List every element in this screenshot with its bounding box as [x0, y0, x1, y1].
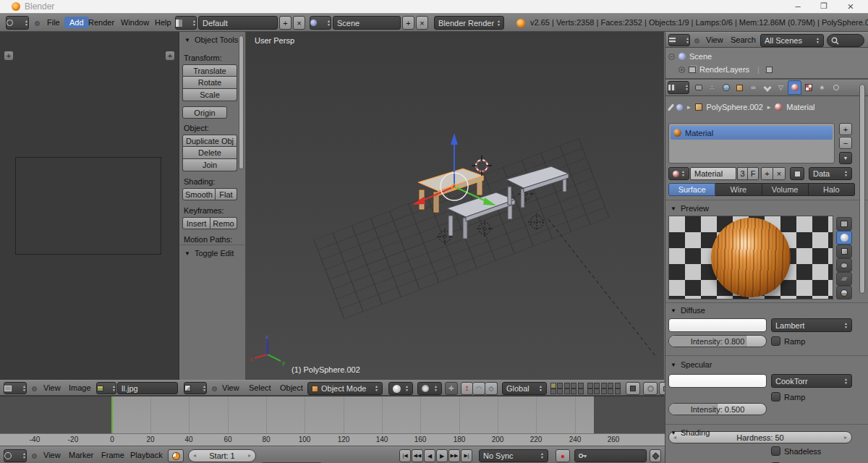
- decrement-arrow-icon[interactable]: ◂: [193, 453, 196, 459]
- outliner-search-field[interactable]: [827, 34, 864, 47]
- view-menu[interactable]: View: [222, 383, 239, 392]
- increment-arrow-icon[interactable]: ▸: [844, 435, 847, 441]
- scale-button[interactable]: Scale: [182, 89, 237, 101]
- type-tab-volume[interactable]: Volume: [762, 183, 809, 196]
- next-keyframe-button[interactable]: ▶▶: [448, 449, 460, 462]
- frame-range-band[interactable]: [112, 396, 594, 433]
- specular-shader-select[interactable]: CookTorr▲▼: [771, 374, 852, 388]
- smooth-button[interactable]: Smooth: [182, 188, 216, 200]
- shading-panel-header[interactable]: ▼Shading: [671, 428, 710, 437]
- link-data-select[interactable]: Data▲▼: [809, 167, 852, 180]
- scale-manipulator-button[interactable]: ◇: [485, 382, 498, 395]
- material-users-button[interactable]: 3: [737, 167, 748, 180]
- lock-to-scene-button[interactable]: [626, 382, 640, 395]
- empty-object[interactable]: [477, 221, 493, 237]
- tab-world[interactable]: [719, 80, 733, 95]
- delete-layout-button[interactable]: ×: [293, 16, 305, 30]
- preview-panel-header[interactable]: ▼Preview: [671, 204, 709, 213]
- breadcrumb-object[interactable]: PolySphere.002: [707, 103, 763, 111]
- duplicate-button[interactable]: Duplicate Obj: [182, 135, 237, 147]
- menu-render[interactable]: Render: [88, 18, 114, 27]
- tab-render[interactable]: [692, 80, 705, 95]
- viewport-3d[interactable]: y z x User Persp (1) PolySphere.002: [246, 32, 664, 380]
- tab-material[interactable]: [788, 80, 801, 95]
- play-button[interactable]: ▶: [436, 449, 448, 462]
- layers-grid-2[interactable]: [587, 383, 621, 394]
- restore-button[interactable]: ❐: [814, 1, 833, 11]
- outliner-menu-view[interactable]: View: [706, 35, 723, 44]
- material-slot-selected[interactable]: Material: [671, 126, 833, 140]
- properties-scrollbar[interactable]: [859, 84, 865, 294]
- delete-scene-button[interactable]: ×: [416, 16, 428, 30]
- use-preview-range-button[interactable]: [168, 449, 184, 462]
- transform-orientation-select[interactable]: Global▲▼: [502, 382, 547, 395]
- tab-constraints[interactable]: ∞: [746, 80, 760, 95]
- browse-material-button[interactable]: ▲▼: [668, 167, 689, 180]
- layers-grid[interactable]: [550, 383, 584, 394]
- snap-button[interactable]: [643, 382, 658, 395]
- insert-keyframe-icon-button[interactable]: [650, 449, 661, 462]
- close-button[interactable]: ×: [841, 0, 860, 12]
- specular-panel-header[interactable]: ▼Specular: [671, 360, 712, 369]
- image-name-field[interactable]: ll.jpg: [117, 382, 178, 394]
- increment-arrow-icon[interactable]: ▸: [248, 453, 251, 459]
- outliner-item-label[interactable]: Scene: [689, 52, 712, 61]
- type-tab-halo[interactable]: Halo: [809, 183, 855, 196]
- specular-ramp-checkbox[interactable]: [771, 392, 780, 402]
- mode-select[interactable]: Object Mode ▲▼: [307, 382, 383, 395]
- editor-type-button[interactable]: ▲▼: [668, 34, 690, 46]
- image-browse-button[interactable]: ▲▼: [96, 382, 116, 394]
- pivot-point-select[interactable]: ▲▼: [417, 382, 442, 395]
- join-button[interactable]: Join: [182, 159, 237, 171]
- tab-physics[interactable]: [829, 80, 843, 95]
- uv-menu-view[interactable]: View: [43, 383, 61, 392]
- preview-cube-button[interactable]: [836, 245, 852, 258]
- add-material-slot-button[interactable]: +: [839, 123, 852, 135]
- new-material-button[interactable]: +: [761, 167, 773, 180]
- type-tab-wire[interactable]: Wire: [715, 183, 762, 196]
- add-layout-button[interactable]: +: [279, 16, 292, 30]
- viewport-shading-select[interactable]: ▲▼: [388, 382, 413, 395]
- breadcrumb-data[interactable]: Material: [786, 103, 814, 111]
- slot-specials-button[interactable]: ▼: [839, 152, 852, 164]
- tool-shelf-scrollbar[interactable]: [239, 35, 244, 169]
- scene-icon-button[interactable]: ▲▼: [310, 16, 331, 30]
- preview-world-button[interactable]: [836, 286, 852, 300]
- toggle-edit-panel[interactable]: ▼Toggle Edit: [184, 249, 234, 258]
- prev-keyframe-button[interactable]: ◀◀: [412, 449, 423, 462]
- menu-help[interactable]: Help: [155, 18, 171, 27]
- diffuse-color-swatch[interactable]: [668, 318, 767, 332]
- uv-menu-image[interactable]: Image: [69, 383, 91, 392]
- jump-to-end-button[interactable]: ▶|: [461, 449, 472, 462]
- start-frame-field[interactable]: ◂ Start: 1 ▸: [188, 449, 256, 462]
- jump-to-start-button[interactable]: |◀: [399, 449, 411, 462]
- keying-set-field[interactable]: [574, 449, 647, 462]
- outliner-row-renderlayers[interactable]: + RenderLayers |: [678, 64, 773, 75]
- scene-field[interactable]: Scene: [333, 16, 401, 30]
- fake-user-button[interactable]: F: [748, 167, 759, 180]
- outliner-row-scene[interactable]: − Scene: [668, 51, 712, 62]
- outliner-menu-search[interactable]: Search: [731, 35, 756, 44]
- editor-type-button[interactable]: ▲▼: [4, 382, 27, 394]
- display-mode-select[interactable]: All Scenes▲▼: [760, 34, 824, 47]
- screen-layout-icon-button[interactable]: ▲▼: [175, 16, 197, 30]
- tool-shelf-title[interactable]: ▼Object Tools: [184, 35, 238, 44]
- empty-object[interactable]: [528, 213, 545, 231]
- tab-object-data[interactable]: ▽: [774, 80, 788, 95]
- auto-keyframe-button[interactable]: ●: [556, 449, 570, 462]
- collapse-menu-dot[interactable]: [32, 454, 37, 459]
- specular-intensity-slider[interactable]: Intensity: 0.500: [668, 403, 767, 415]
- timeline-menu-view[interactable]: View: [43, 451, 61, 459]
- expand-region-right-icon[interactable]: +: [165, 51, 175, 61]
- origin-button[interactable]: Origin: [182, 106, 227, 119]
- wood-texture-image[interactable]: [16, 158, 161, 254]
- shadeless-checkbox[interactable]: [771, 446, 780, 456]
- material-name-field[interactable]: Material: [690, 167, 736, 180]
- insert-keyframe-button[interactable]: Insert: [182, 217, 210, 229]
- remove-keyframe-button[interactable]: Remo: [210, 217, 237, 229]
- specular-color-swatch[interactable]: [668, 374, 767, 388]
- minimize-button[interactable]: –: [788, 1, 807, 12]
- add-scene-button[interactable]: +: [402, 16, 414, 30]
- menu-add[interactable]: Add: [64, 17, 89, 28]
- collapse-menu-dot[interactable]: [694, 38, 699, 43]
